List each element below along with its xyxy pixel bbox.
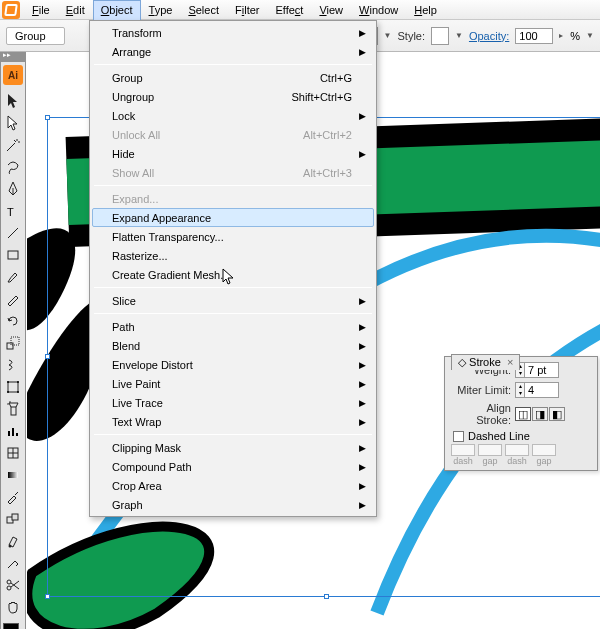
menu-item-lock[interactable]: Lock▶ xyxy=(92,106,374,125)
rotate-tool[interactable] xyxy=(3,311,23,331)
type-tool[interactable]: T xyxy=(3,201,23,221)
svg-point-11 xyxy=(17,391,19,393)
menu-item-flatten-transparency[interactable]: Flatten Transparency... xyxy=(92,227,374,246)
menu-item-rasterize[interactable]: Rasterize... xyxy=(92,246,374,265)
app-icon xyxy=(2,1,20,19)
scale-tool[interactable] xyxy=(3,333,23,353)
align-inside[interactable]: ◨ xyxy=(532,407,548,421)
live-paint-tool[interactable] xyxy=(3,531,23,551)
menu-effect[interactable]: Effect xyxy=(267,0,311,20)
free-transform-tool[interactable] xyxy=(3,377,23,397)
miter-stepper[interactable]: ▴▾ xyxy=(515,382,525,398)
menu-select[interactable]: Select xyxy=(180,0,227,20)
align-stroke-buttons[interactable]: ◫ ◨ ◧ xyxy=(515,407,565,421)
submenu-arrow-icon: ▶ xyxy=(359,322,366,332)
submenu-arrow-icon: ▶ xyxy=(359,500,366,510)
gradient-tool[interactable] xyxy=(3,465,23,485)
lasso-tool[interactable] xyxy=(3,157,23,177)
chevron-down-icon[interactable]: ▼ xyxy=(586,31,594,40)
svg-point-8 xyxy=(7,381,9,383)
slice-tool[interactable] xyxy=(3,553,23,573)
menu-item-expand-appearance[interactable]: Expand Appearance xyxy=(92,208,374,227)
menu-item-hide[interactable]: Hide▶ xyxy=(92,144,374,163)
dashed-line-checkbox[interactable] xyxy=(453,431,464,442)
menu-item-blend[interactable]: Blend▶ xyxy=(92,336,374,355)
menu-item-path[interactable]: Path▶ xyxy=(92,317,374,336)
menu-help[interactable]: Help xyxy=(406,0,445,20)
menu-item-ungroup[interactable]: UngroupShift+Ctrl+G xyxy=(92,87,374,106)
opacity-field[interactable] xyxy=(515,28,553,44)
menu-item-text-wrap[interactable]: Text Wrap▶ xyxy=(92,412,374,431)
symbol-sprayer-tool[interactable] xyxy=(3,399,23,419)
svg-point-24 xyxy=(9,545,12,548)
menu-file[interactable]: File xyxy=(24,0,58,20)
fill-color[interactable] xyxy=(3,623,19,629)
menu-object[interactable]: Object xyxy=(93,0,141,20)
chevron-down-icon[interactable]: ▸ xyxy=(559,31,563,40)
mesh-tool[interactable] xyxy=(3,443,23,463)
dash-field-1[interactable] xyxy=(451,444,475,456)
menu-item-arrange[interactable]: Arrange▶ xyxy=(92,42,374,61)
line-tool[interactable] xyxy=(3,223,23,243)
selection-tool[interactable] xyxy=(3,91,23,111)
submenu-arrow-icon: ▶ xyxy=(359,379,366,389)
align-outside[interactable]: ◧ xyxy=(549,407,565,421)
blend-tool[interactable] xyxy=(3,509,23,529)
stroke-panel-tab[interactable]: ◇ Stroke × xyxy=(451,354,520,370)
menu-item-live-trace[interactable]: Live Trace▶ xyxy=(92,393,374,412)
menu-item-transform[interactable]: Transform▶ xyxy=(92,23,374,42)
stroke-panel[interactable]: ◇ Stroke × Weight: ▴▾ Miter Limit: ▴▾ Al… xyxy=(444,356,598,471)
dash-field-2[interactable] xyxy=(505,444,529,456)
svg-rect-12 xyxy=(11,407,16,415)
direct-selection-tool[interactable] xyxy=(3,113,23,133)
selection-type[interactable]: Group xyxy=(6,27,65,45)
chevron-down-icon[interactable]: ▼ xyxy=(384,31,392,40)
menu-filter[interactable]: Filter xyxy=(227,0,267,20)
menu-item-clipping-mask[interactable]: Clipping Mask▶ xyxy=(92,438,374,457)
fill-stroke-swatches[interactable] xyxy=(3,623,25,629)
submenu-arrow-icon: ▶ xyxy=(359,360,366,370)
gap-field-1[interactable] xyxy=(478,444,502,456)
close-icon[interactable]: × xyxy=(507,356,513,368)
toolbox-collapse[interactable] xyxy=(0,52,26,62)
eyedropper-tool[interactable] xyxy=(3,487,23,507)
weight-field[interactable] xyxy=(525,362,559,378)
scissors-tool[interactable] xyxy=(3,575,23,595)
menu-item-live-paint[interactable]: Live Paint▶ xyxy=(92,374,374,393)
opacity-label[interactable]: Opacity: xyxy=(469,30,509,42)
menu-item-graph[interactable]: Graph▶ xyxy=(92,495,374,514)
pencil-tool[interactable] xyxy=(3,289,23,309)
chevron-down-icon[interactable]: ▼ xyxy=(455,31,463,40)
svg-rect-23 xyxy=(12,514,18,520)
warp-tool[interactable] xyxy=(3,355,23,375)
app-logo: Ai xyxy=(3,65,23,85)
menu-item-envelope-distort[interactable]: Envelope Distort▶ xyxy=(92,355,374,374)
menu-edit[interactable]: Edit xyxy=(58,0,93,20)
svg-rect-5 xyxy=(7,343,13,349)
svg-rect-21 xyxy=(8,472,18,478)
svg-rect-6 xyxy=(11,337,19,345)
menu-type[interactable]: Type xyxy=(141,0,181,20)
rectangle-tool[interactable] xyxy=(3,245,23,265)
menu-item-group[interactable]: GroupCtrl+G xyxy=(92,68,374,87)
miter-field[interactable] xyxy=(525,382,559,398)
menu-item-create-gradient-mesh[interactable]: Create Gradient Mesh... xyxy=(92,265,374,284)
style-swatch[interactable] xyxy=(431,27,449,45)
menu-window[interactable]: Window xyxy=(351,0,406,20)
menu-item-expand: Expand... xyxy=(92,189,374,208)
submenu-arrow-icon: ▶ xyxy=(359,398,366,408)
svg-point-14 xyxy=(9,401,10,402)
menubar: File Edit Object Type Select Filter Effe… xyxy=(0,0,600,20)
column-graph-tool[interactable] xyxy=(3,421,23,441)
gap-field-2[interactable] xyxy=(532,444,556,456)
hand-tool[interactable] xyxy=(3,597,23,617)
percent-label: % xyxy=(570,30,580,42)
menu-item-slice[interactable]: Slice▶ xyxy=(92,291,374,310)
magic-wand-tool[interactable] xyxy=(3,135,23,155)
align-center[interactable]: ◫ xyxy=(515,407,531,421)
pen-tool[interactable] xyxy=(3,179,23,199)
menu-item-crop-area[interactable]: Crop Area▶ xyxy=(92,476,374,495)
menu-view[interactable]: View xyxy=(311,0,351,20)
menu-item-compound-path[interactable]: Compound Path▶ xyxy=(92,457,374,476)
paintbrush-tool[interactable] xyxy=(3,267,23,287)
